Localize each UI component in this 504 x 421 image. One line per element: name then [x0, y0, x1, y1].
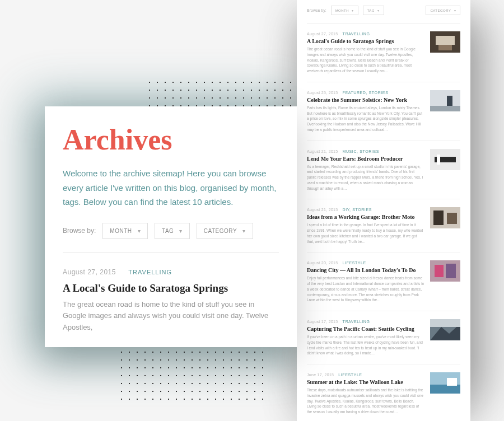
post-meta: August 20, 2015LIFESTYLE: [307, 260, 424, 265]
post-meta: August 27, 2015TRAVELLING: [307, 31, 424, 36]
svg-rect-4: [447, 96, 452, 107]
post-category-link[interactable]: DIY, STORIES: [343, 208, 372, 212]
svg-rect-13: [435, 265, 444, 277]
page-intro: Welcome to the archive sitemap! Here you…: [63, 166, 279, 209]
post-item: August 25, 2015FEATURED, STORIESCelebrat…: [307, 82, 460, 141]
post-title-link[interactable]: Capturing The Pacific Coast: Seattle Cyc…: [307, 326, 424, 332]
post-category-link[interactable]: FEATURED, STORIES: [343, 91, 389, 95]
post-date: August 17, 2015: [307, 320, 338, 324]
svg-rect-14: [446, 264, 456, 278]
month-select[interactable]: MONTH ▾: [102, 223, 148, 239]
post-excerpt: The great ocean road is home to the kind…: [307, 46, 424, 74]
post-excerpt: As a teenager, Rechtshaid set up a small…: [307, 164, 424, 191]
post-thumbnail[interactable]: [430, 372, 460, 394]
post-meta: August 25, 2015FEATURED, STORIES: [307, 90, 424, 95]
select-label: CATEGORY: [430, 9, 451, 12]
select-label: MONTH: [335, 9, 349, 12]
browse-by-label: Browse by:: [63, 227, 96, 235]
featured-post: August 27, 2015 TRAVELLING A Local's Gui…: [63, 266, 279, 334]
post-date: June 17, 2015: [307, 373, 334, 377]
chevron-down-icon: ▾: [242, 228, 246, 234]
post-excerpt: Enjoy full performances and bite sized a…: [307, 275, 424, 303]
svg-rect-1: [436, 36, 455, 45]
post-content: June 17, 2015LIFESTYLESummer at the Lake…: [307, 372, 424, 415]
post-category-link[interactable]: TRAVELLING: [128, 269, 172, 275]
post-title-link[interactable]: Dancing City — All In London Today's To …: [307, 267, 424, 273]
post-item: August 21, 2015MUSIC, STORIESLend Me You…: [307, 141, 460, 200]
post-meta: August 27, 2015 TRAVELLING: [63, 266, 279, 277]
post-item: August 27, 2015TRAVELLINGA Local's Guide…: [307, 24, 460, 82]
archives-hero-card: Archives Welcome to the archive sitemap!…: [45, 106, 297, 347]
post-date: August 21, 2015: [307, 208, 338, 212]
post-thumbnail[interactable]: [430, 31, 460, 53]
post-date: August 20, 2015: [307, 261, 338, 265]
post-excerpt: Paris has its lights, Rome its crooked a…: [307, 105, 424, 133]
svg-rect-5: [430, 106, 460, 111]
post-content: August 27, 2015TRAVELLINGA Local's Guide…: [307, 31, 424, 74]
post-meta: August 21, 2015MUSIC, STORIES: [307, 149, 424, 154]
browse-by-label: Browse by:: [307, 8, 326, 12]
select-label: TAG: [162, 228, 174, 234]
post-content: August 21, 2015DIY, STORIESIdeas from a …: [307, 207, 424, 244]
post-item: August 21, 2015DIY, STORIESIdeas from a …: [307, 199, 460, 252]
select-label: CATEGORY: [204, 228, 237, 234]
svg-rect-20: [447, 378, 457, 386]
post-thumbnail[interactable]: [430, 149, 460, 170]
svg-rect-19: [430, 385, 460, 394]
post-date: August 27, 2015: [307, 32, 338, 36]
select-label: MONTH: [110, 228, 132, 234]
svg-rect-11: [447, 213, 457, 224]
post-thumbnail[interactable]: [430, 260, 460, 282]
post-excerpt: If you've been on a path in a urban cent…: [307, 334, 424, 356]
chevron-down-icon: ▾: [179, 228, 183, 234]
post-content: August 17, 2015TRAVELLINGCapturing The P…: [307, 319, 424, 356]
category-select[interactable]: CATEGORY ▾: [197, 223, 253, 239]
post-excerpt: These days, motorboats outnumber sailboa…: [307, 387, 424, 415]
post-title-link[interactable]: Ideas from a Working Garage: Brother Mot…: [307, 214, 424, 220]
post-thumbnail[interactable]: [430, 319, 460, 340]
chevron-down-icon: ▾: [377, 8, 380, 12]
post-meta: August 21, 2015DIY, STORIES: [307, 207, 424, 212]
tag-select[interactable]: TAG ▾: [363, 6, 384, 15]
post-category-link[interactable]: LIFESTYLE: [343, 261, 366, 265]
chevron-down-icon: ▾: [138, 228, 141, 234]
post-category-link[interactable]: TRAVELLING: [343, 320, 370, 324]
svg-rect-8: [437, 155, 440, 165]
month-select[interactable]: MONTH ▾: [331, 6, 358, 15]
post-content: August 21, 2015MUSIC, STORIESLend Me You…: [307, 149, 424, 191]
post-list: August 27, 2015TRAVELLINGA Local's Guide…: [307, 24, 460, 421]
browse-filter-row: Browse by: MONTH ▾ TAG ▾ CATEGORY ▾: [307, 6, 460, 24]
decorative-dots: [146, 78, 291, 106]
svg-rect-10: [433, 210, 444, 225]
post-meta: August 17, 2015TRAVELLING: [307, 319, 424, 324]
post-date: August 25, 2015: [307, 91, 338, 95]
post-title-link[interactable]: A Local's Guide to Saratoga Springs: [63, 282, 279, 294]
page-title: Archives: [63, 123, 279, 156]
post-date: August 21, 2015: [307, 149, 338, 153]
archives-list-card: Browse by: MONTH ▾ TAG ▾ CATEGORY ▾ Augu…: [297, 0, 470, 421]
post-title-link[interactable]: Celebrate the Summer Solstice: New York: [307, 97, 424, 103]
post-thumbnail[interactable]: [430, 207, 460, 228]
post-meta: June 17, 2015LIFESTYLE: [307, 372, 424, 377]
select-label: TAG: [367, 9, 375, 12]
post-item: June 17, 2015LIFESTYLESummer at the Lake…: [307, 364, 460, 421]
svg-rect-2: [438, 45, 452, 50]
post-title-link[interactable]: Lend Me Your Ears: Bedroom Producer: [307, 156, 424, 162]
post-content: August 20, 2015LIFESTYLEDancing City — A…: [307, 260, 424, 303]
post-title-link[interactable]: A Local's Guide to Saratoga Springs: [307, 38, 424, 44]
browse-filter-row: Browse by: MONTH ▾ TAG ▾ CATEGORY ▾: [63, 223, 279, 253]
post-category-link[interactable]: MUSIC, STORIES: [343, 149, 379, 153]
svg-rect-17: [430, 319, 460, 327]
post-title-link[interactable]: Summer at the Lake: The Walloon Lake: [307, 379, 424, 385]
post-content: August 25, 2015FEATURED, STORIESCelebrat…: [307, 90, 424, 133]
chevron-down-icon: ▾: [352, 8, 354, 12]
post-category-link[interactable]: LIFESTYLE: [338, 373, 362, 377]
category-select[interactable]: CATEGORY ▾: [426, 6, 460, 15]
decorative-dots: [118, 348, 263, 404]
post-item: August 17, 2015TRAVELLINGCapturing The P…: [307, 311, 460, 364]
chevron-down-icon: ▾: [454, 8, 456, 12]
post-thumbnail[interactable]: [430, 90, 460, 111]
post-category-link[interactable]: TRAVELLING: [343, 32, 370, 36]
tag-select[interactable]: TAG ▾: [155, 223, 190, 239]
post-excerpt: The great ocean road is home to the kind…: [63, 299, 279, 334]
